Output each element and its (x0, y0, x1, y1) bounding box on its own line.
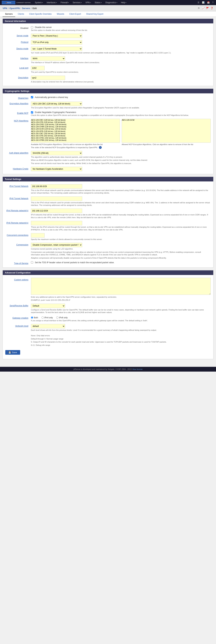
tab-wizards[interactable]: Wizards (54, 12, 67, 17)
link-ipv6-remote[interactable]: IPv6 Remote network(s) (6, 222, 28, 224)
radio-gateway-ipv4[interactable] (42, 316, 44, 319)
link-gateway[interactable]: Gateway creation (13, 317, 28, 319)
input-ipv6-remote[interactable] (31, 221, 82, 225)
label-tos: Type-of-Service (5, 261, 31, 264)
nav-right: ☰ 📊 📅 ? (197, 1, 214, 4)
radio-gateway-ipv6-label[interactable]: IPv6 only (56, 316, 68, 319)
link-ipv4-tunnel[interactable]: IPv4 Tunnel Network (10, 185, 28, 188)
link-enc-algo[interactable]: Encryption Algorithm (10, 102, 28, 105)
select-server-mode[interactable]: Peer to Peer ( Shared Key ) (31, 34, 82, 38)
nav-diagnostics[interactable]: Diagnostics ▾ (104, 0, 119, 5)
nav-icon-chart[interactable]: 📊 (201, 1, 205, 4)
link-shared-key[interactable]: Shared key (18, 97, 28, 99)
nav-icon-list[interactable]: ☰ (197, 1, 200, 4)
section-tunnel-body: IPv4 Tunnel Network This is the IPv4 vir… (3, 182, 213, 268)
breadcrumb-servers[interactable]: Servers (22, 7, 30, 10)
checkbox-shared-key-label[interactable]: Automatically generate a shared key (31, 96, 211, 98)
nav-help[interactable]: Help ▾ (119, 0, 128, 5)
input-concurrent[interactable] (31, 233, 45, 238)
dual-list-ncp: AES-128-CBC (128 bit key, 128 bit block)… (31, 119, 211, 143)
breadcrumb-vpn[interactable]: VPN (3, 7, 7, 10)
radio-gateway-ipv4-label[interactable]: IPv4 only (42, 316, 53, 319)
nav-firewall[interactable]: Firewall ▾ (59, 0, 71, 5)
input-description[interactable] (31, 76, 65, 80)
save-button[interactable]: 💾 Save (5, 350, 20, 355)
select-device-mode[interactable]: tun - Layer 3 Tunnel Mode (31, 46, 82, 51)
radio-gateway-ipv6[interactable] (56, 316, 59, 319)
select-verbosity[interactable]: default (31, 324, 65, 328)
tab-client-export[interactable]: Client Export (67, 12, 84, 17)
icon-red-flag[interactable]: 🚩 (206, 6, 209, 10)
link-ipv4-remote[interactable]: IPv4 Remote network(s) (6, 210, 28, 212)
tab-clients[interactable]: Clients (15, 12, 27, 17)
link-local-port[interactable]: Local port (19, 67, 28, 69)
link-custom-options[interactable]: Custom options (14, 278, 28, 281)
select-ncp-available[interactable]: AES-128-CBC (128 bit key, 128 bit block)… (31, 119, 120, 143)
link-description[interactable]: Description (18, 76, 28, 79)
checkbox-tos[interactable] (31, 261, 33, 264)
link-concurrent[interactable]: Concurrent connections (7, 234, 28, 236)
nav-icon-question[interactable]: ? (211, 1, 214, 4)
nav-icon-cal[interactable]: 📅 (206, 1, 210, 4)
select-protocol[interactable]: TCP on IPv4 only (31, 40, 82, 44)
navbar: pfSense COMMUNITY EDITION System ▾ Inter… (0, 0, 216, 5)
nav-status[interactable]: Status ▾ (93, 0, 103, 5)
radio-gateway-both-label[interactable]: Both (31, 316, 38, 319)
link-send-recv[interactable]: Send/Receive Buffer (10, 304, 28, 307)
content-ipv4-tunnel: This is the IPv4 virtual network used fo… (31, 184, 211, 194)
input-ipv4-remote[interactable] (31, 208, 82, 213)
link-tos[interactable]: Type-of-Service (14, 262, 28, 264)
help-verbosity-1: Each level shows all info from the previ… (31, 329, 211, 332)
link-interface[interactable]: Interface (20, 57, 28, 60)
input-ipv4-tunnel[interactable] (31, 184, 82, 188)
select-auth-digest[interactable]: SHA256 (256-bit) (31, 151, 82, 155)
link-ipv6-tunnel[interactable]: IPv6 Tunnel Network (10, 197, 28, 200)
input-ipv6-tunnel[interactable] (31, 196, 82, 201)
link-device-mode[interactable]: Device mode (17, 48, 28, 50)
checkbox-enable-ncp[interactable] (31, 111, 33, 114)
help-interface: The interface or Virtual IP address wher… (31, 61, 211, 64)
select-hardware-crypto[interactable]: No Hardware Crypto Acceleration (31, 167, 82, 171)
row-description: Description A description may be entered… (3, 74, 213, 84)
link-enable-ncp[interactable]: Enable NCP (17, 112, 28, 114)
nav-services[interactable]: Services ▾ (71, 0, 83, 5)
radio-gateway-both[interactable] (31, 316, 33, 319)
input-local-port[interactable] (31, 66, 45, 70)
link-server-mode[interactable]: Server mode (17, 34, 28, 37)
tab-servers[interactable]: Servers (3, 12, 15, 17)
link-auth-digest[interactable]: Auth digest algorithm (9, 152, 28, 154)
footer-license-link[interactable]: View license (132, 368, 142, 370)
link-compression[interactable]: Compression (16, 244, 28, 246)
tab-client-specific[interactable]: Client Specific Overrides (27, 12, 54, 17)
label-compression: Compression (5, 243, 31, 246)
tab-shared-key-export[interactable]: Shared Key Export (84, 12, 106, 17)
icon-bar-chart[interactable]: 📈 (201, 6, 205, 10)
checkbox-disabled-label[interactable]: Disable this server (31, 26, 211, 28)
select-send-recv[interactable]: Default (31, 304, 65, 308)
section-crypto-header: Cryptographic Settings (3, 89, 213, 93)
select-ncp-allowed[interactable]: AES-128-GCM (122, 119, 211, 143)
link-protocol[interactable]: Protocol (21, 41, 28, 43)
row-enable-ncp: Enable NCP Enable Negotiable Cryptograph… (3, 110, 213, 118)
checkbox-tos-label[interactable]: Set the TOS IP header value of tunnel pa… (31, 261, 211, 264)
textarea-custom-options[interactable] (31, 278, 211, 295)
select-compression[interactable]: Disable Compression, retain compression … (31, 243, 82, 247)
help-concurrent: Specify the maximum number of clients al… (31, 238, 211, 241)
checkbox-shared-key[interactable] (31, 96, 33, 98)
link-verbosity[interactable]: Verbosity level (15, 325, 28, 327)
help-verbosity-3: Default through 4: Normal usage range (31, 338, 211, 340)
link-hardware-crypto[interactable]: Hardware Crypto (13, 168, 28, 170)
icon-help-circle[interactable]: ❓ (210, 6, 213, 10)
link-ncp-algos[interactable]: NCP Algorithms (14, 120, 28, 122)
info-icon-ncp[interactable]: i (99, 146, 102, 149)
breadcrumb-openvpn[interactable]: OpenVPN (10, 7, 20, 10)
select-interface[interactable]: WAN (31, 56, 65, 61)
checkbox-enable-ncp-label[interactable]: Enable Negotiable Cryptographic Paramete… (31, 111, 211, 114)
icon-flag[interactable]: 🏳 (197, 6, 201, 10)
select-enc-algo[interactable]: AES-128-CBC (128 bit key, 128 bit block) (31, 102, 82, 106)
checkbox-disabled[interactable] (31, 26, 33, 28)
row-disabled: Disabled Disable this server Set this op… (3, 25, 213, 32)
nav-interfaces[interactable]: Interfaces ▾ (45, 0, 59, 5)
nav-vpn[interactable]: VPN ▾ (84, 0, 93, 5)
nav-system[interactable]: System ▾ (33, 0, 45, 5)
